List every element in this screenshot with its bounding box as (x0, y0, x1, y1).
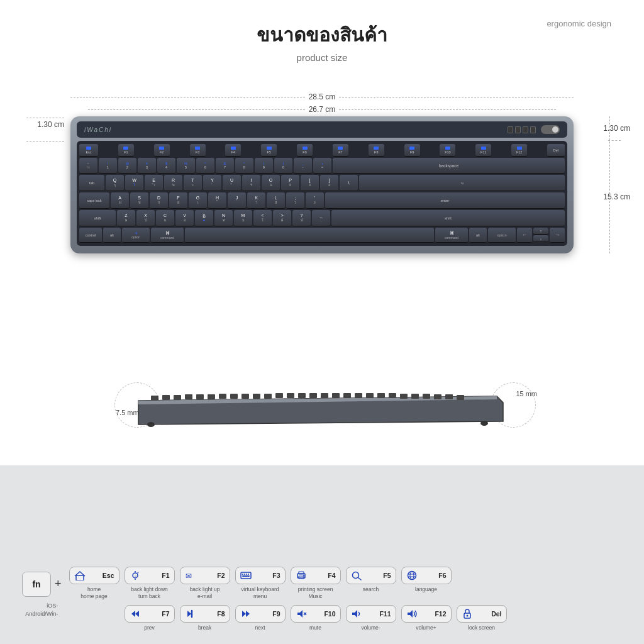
key-9[interactable]: (9 (255, 158, 273, 174)
key-command-r[interactable]: ⌘command (435, 228, 468, 243)
key-w[interactable]: Wไ (125, 175, 143, 191)
key-arrow-d[interactable]: ↓ (533, 235, 548, 242)
key-control[interactable]: control (79, 228, 102, 243)
key-q[interactable]: Qๆ (106, 175, 124, 191)
svg-rect-30 (76, 575, 84, 580)
power-toggle[interactable] (541, 125, 560, 134)
key-f3[interactable]: F3 (190, 144, 206, 157)
key-equals[interactable]: += (313, 158, 331, 174)
key-g[interactable]: Gเ (189, 192, 207, 209)
key-f4[interactable]: F4 (225, 144, 241, 157)
key-backslash[interactable]: \ (340, 175, 358, 191)
key-f8[interactable]: F8 (369, 144, 384, 157)
key-backspace2[interactable]: ฃ (359, 175, 565, 191)
key-1[interactable]: !1 (99, 158, 117, 174)
key-quote[interactable]: 'ง (306, 192, 324, 209)
key-shift-r[interactable]: shift (331, 210, 565, 226)
key-3[interactable]: #3 (138, 158, 156, 174)
key-caps[interactable]: caps lock (79, 192, 109, 209)
key-option-l[interactable]: ✛option (122, 228, 150, 243)
key-b[interactable]: B● (195, 210, 213, 226)
key-d[interactable]: Dก (150, 192, 168, 209)
key-a[interactable]: Aฟ (111, 192, 129, 209)
key-space[interactable] (185, 228, 434, 243)
key-del-fn[interactable]: Del (547, 144, 565, 157)
key-tab[interactable]: tab (79, 175, 104, 191)
svg-marker-62 (352, 610, 357, 618)
key-j[interactable]: J่ (228, 192, 246, 209)
key-semi[interactable]: ;ว (286, 192, 304, 209)
key-period[interactable]: >ฝ (273, 210, 291, 226)
key-m[interactable]: Mม (234, 210, 252, 226)
break-icon (185, 609, 196, 619)
key-arrow-r[interactable]: → (550, 228, 565, 243)
svg-rect-21 (389, 393, 396, 398)
key-6[interactable]: ^6 (196, 158, 214, 174)
key-bracket-l[interactable]: [บ (301, 175, 319, 191)
key-f5[interactable]: F5 (261, 144, 277, 157)
key-4[interactable]: $4 (157, 158, 175, 174)
key-misc[interactable]: _ฺ (312, 210, 330, 226)
fn-item-f8: F8 break (180, 605, 230, 631)
key-h[interactable]: H้ (208, 192, 226, 209)
key-u[interactable]: Uี (223, 175, 241, 191)
key-p[interactable]: Pย (281, 175, 299, 191)
fn-badge-f7: F7 (125, 605, 175, 623)
key-r[interactable]: Rพ (164, 175, 182, 191)
key-comma[interactable]: <ใ (253, 210, 272, 226)
key-f7[interactable]: F7 (333, 144, 348, 157)
key-l[interactable]: Lส (267, 192, 285, 209)
key-y[interactable]: Yั (203, 175, 221, 191)
fn-key-badge[interactable]: fn (22, 572, 51, 597)
fn-badge-f10: F10 (291, 605, 341, 623)
key-v[interactable]: Vอ (175, 210, 194, 226)
vline-right (609, 116, 610, 253)
key-x[interactable]: Xป (136, 210, 155, 226)
fn-badge-f2: ✉ F2 (180, 567, 230, 584)
key-k[interactable]: Kา (247, 192, 265, 209)
key-f2[interactable]: F2 (154, 144, 170, 157)
key-bracket-r[interactable]: ]ล (320, 175, 338, 191)
key-f12[interactable]: F12 (511, 144, 527, 157)
key-command-l[interactable]: ⌘command (151, 228, 184, 243)
key-backspace[interactable]: backspace (333, 158, 565, 174)
key-f[interactable]: Fด (169, 192, 187, 209)
key-alt-l[interactable]: alt (103, 228, 121, 243)
key-8[interactable]: *8 (235, 158, 253, 174)
key-f1[interactable]: F1 (118, 144, 134, 157)
key-f9[interactable]: F9 (404, 144, 420, 157)
svg-rect-45 (299, 576, 304, 579)
key-tilde[interactable]: ~% (79, 158, 97, 174)
key-option-r[interactable]: option (488, 228, 516, 243)
key-shift-l[interactable]: shift (79, 210, 116, 226)
fn-item-esc: Esc homehome page (69, 567, 119, 600)
svg-rect-3 (185, 394, 192, 399)
key-s[interactable]: Sห (130, 192, 148, 209)
svg-rect-22 (400, 394, 408, 399)
key-enter[interactable]: enter (325, 192, 565, 209)
key-5[interactable]: %5 (177, 158, 195, 174)
key-7[interactable]: &7 (216, 158, 234, 174)
key-t[interactable]: Tะ (184, 175, 202, 191)
key-e[interactable]: Eำ (145, 175, 163, 191)
key-i[interactable]: Iร (242, 175, 260, 191)
key-n[interactable]: Nท (214, 210, 233, 226)
key-arrow-l[interactable]: ← (517, 228, 532, 243)
key-arrow-u[interactable]: ↑ (533, 228, 548, 235)
top-bar-right (508, 125, 560, 134)
key-minus[interactable]: _- (294, 158, 312, 174)
key-z[interactable]: Zผ (117, 210, 135, 226)
fn-row-1: Esc homehome page ☼ F1 back light downtu… (69, 567, 622, 600)
key-f11[interactable]: F11 (475, 144, 491, 157)
key-f10[interactable]: F10 (440, 144, 455, 157)
key-c[interactable]: Cแ (156, 210, 174, 226)
key-2[interactable]: @2 (118, 158, 136, 174)
key-alt-r[interactable]: alt (469, 228, 487, 243)
key-f6[interactable]: F6 (297, 144, 313, 157)
key-slash[interactable]: ?ฬ (292, 210, 311, 226)
next-icon (240, 609, 252, 619)
fn-key-name-f4: F4 (328, 572, 335, 579)
key-0[interactable]: )0 (274, 158, 292, 174)
key-o[interactable]: Oน (262, 175, 280, 191)
key-esc[interactable]: Esc (79, 144, 98, 157)
